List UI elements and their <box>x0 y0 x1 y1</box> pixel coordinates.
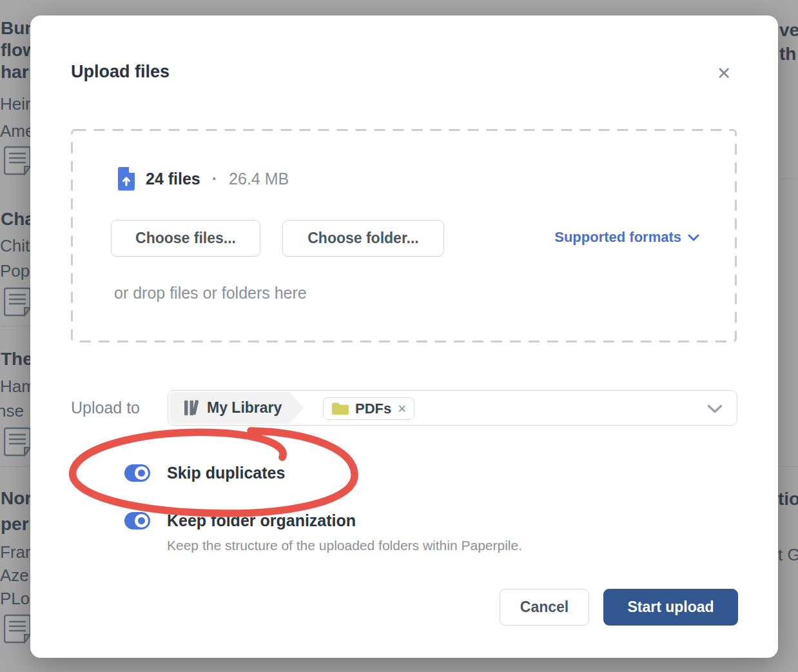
upload-files-dialog: Upload files ✕ 24 files · 26.4 MB Choose… <box>30 15 778 658</box>
selected-files-summary: 24 files · 26.4 MB <box>117 166 289 191</box>
cancel-button[interactable]: Cancel <box>500 589 589 626</box>
folder-chip-pdfs[interactable]: PDFs × <box>323 397 414 420</box>
folder-icon <box>331 402 349 415</box>
bg-item-title: The <box>1 349 33 370</box>
bg-item-title: ve <box>779 20 798 41</box>
bg-item-meta: t G <box>778 545 798 565</box>
breadcrumb-my-library[interactable]: My Library <box>170 392 304 424</box>
keep-folder-description: Keep the structure of the uploaded folde… <box>167 538 522 553</box>
drop-hint-text: or drop files or folders here <box>114 284 307 302</box>
keep-folder-toggle[interactable] <box>124 512 150 529</box>
toggle-knob <box>135 514 148 528</box>
skip-duplicates-row: Skip duplicates <box>124 464 285 482</box>
file-dropzone[interactable]: 24 files · 26.4 MB Choose files... Choos… <box>71 129 737 342</box>
choose-folder-button[interactable]: Choose folder... <box>282 220 444 257</box>
keep-folder-label: Keep folder organization <box>167 511 356 530</box>
remove-folder-icon[interactable]: × <box>398 402 406 416</box>
screen: Bun flow har Heir Ame Cha Chit Pop The H… <box>0 0 798 672</box>
keep-folder-row: Keep folder organization <box>124 511 356 530</box>
bg-item-title: tio <box>778 489 798 509</box>
bg-item-meta: Heir <box>0 94 31 114</box>
upload-to-label: Upload to <box>71 399 140 417</box>
bg-item-meta: Pop <box>0 261 30 281</box>
dot-separator: · <box>212 170 217 188</box>
supported-formats-link[interactable]: Supported formats <box>554 229 699 246</box>
library-icon <box>184 399 199 417</box>
choose-files-button[interactable]: Choose files... <box>111 220 260 257</box>
start-upload-button[interactable]: Start upload <box>603 589 738 626</box>
close-icon: ✕ <box>717 64 732 83</box>
supported-formats-label: Supported formats <box>554 229 681 246</box>
skip-duplicates-label: Skip duplicates <box>167 464 285 482</box>
document-icon <box>4 146 31 175</box>
document-icon <box>4 614 31 644</box>
bg-item-meta: nse <box>0 401 24 421</box>
bg-divider <box>0 466 30 467</box>
files-count: 24 files <box>146 170 200 188</box>
bg-item-title: th <box>779 44 796 64</box>
skip-duplicates-toggle[interactable] <box>124 464 150 482</box>
chevron-down-icon <box>688 234 699 241</box>
bg-item-meta: Fran <box>0 542 34 562</box>
bg-divider <box>778 179 798 179</box>
bg-item-title: Cha <box>1 209 35 230</box>
bg-divider <box>0 326 30 326</box>
bg-item-meta: PLo <box>0 589 30 609</box>
bg-item-meta: Chit <box>0 236 30 256</box>
document-icon <box>4 287 31 317</box>
chevron-down-icon[interactable] <box>707 404 723 413</box>
document-icon <box>4 427 31 457</box>
files-size: 26.4 MB <box>229 170 289 188</box>
destination-select[interactable]: My Library PDFs × <box>168 390 737 426</box>
file-upload-icon <box>117 166 135 191</box>
bg-divider <box>778 466 798 467</box>
close-button[interactable]: ✕ <box>712 62 735 85</box>
bg-item-title: Nor <box>1 488 32 509</box>
breadcrumb-label: My Library <box>207 399 282 417</box>
dialog-title: Upload files <box>71 62 170 82</box>
folder-chip-label: PDFs <box>355 400 391 417</box>
bg-item-title: har <box>1 62 29 83</box>
bg-item-title: per <box>1 514 29 535</box>
toggle-knob <box>135 466 148 480</box>
bg-item-meta: Ame <box>0 121 34 141</box>
bg-item-meta: Aze <box>0 566 29 586</box>
